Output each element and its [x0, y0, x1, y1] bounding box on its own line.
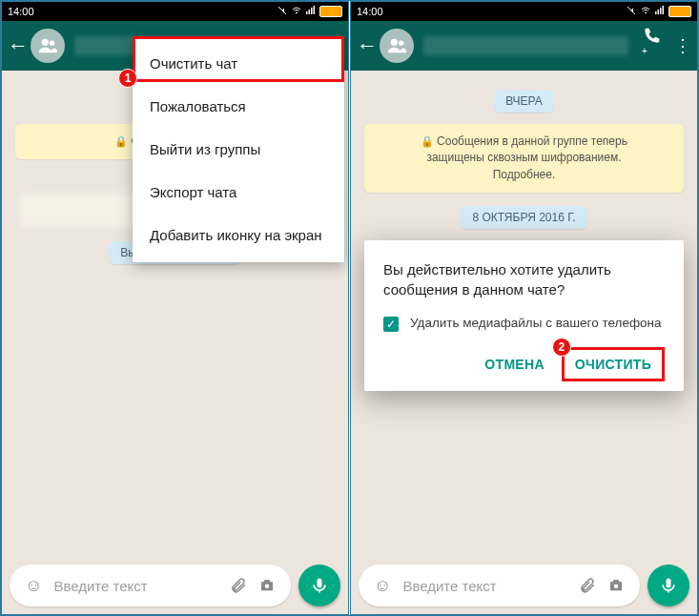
highlight-box-1 — [133, 36, 344, 82]
svg-point-18 — [614, 585, 619, 589]
message-input[interactable]: ☺ Введите текст — [10, 565, 291, 606]
attach-icon[interactable] — [579, 577, 596, 594]
cancel-button[interactable]: ОТМЕНА — [477, 347, 551, 381]
menu-add-shortcut[interactable]: Добавить иконку на экран — [133, 214, 344, 257]
composer: ☺ Введите текст — [359, 565, 689, 606]
status-time: 14:00 — [357, 6, 383, 17]
svg-rect-3 — [309, 10, 311, 14]
menu-report[interactable]: Пожаловаться — [133, 85, 344, 128]
step-badge-2: 2 — [552, 338, 571, 357]
svg-point-17 — [399, 41, 404, 47]
svg-point-11 — [646, 12, 647, 13]
status-bar: 14:00 — [351, 2, 697, 21]
message-input[interactable]: ☺ Введите текст — [359, 565, 640, 606]
group-avatar[interactable] — [31, 29, 65, 63]
svg-rect-14 — [660, 8, 662, 14]
signal-icon — [654, 5, 666, 18]
emoji-icon[interactable]: ☺ — [374, 576, 391, 596]
emoji-icon[interactable]: ☺ — [25, 576, 42, 596]
svg-rect-4 — [311, 8, 313, 14]
svg-point-6 — [42, 39, 49, 46]
camera-icon[interactable] — [258, 577, 276, 594]
svg-rect-9 — [318, 579, 322, 588]
wifi-icon — [291, 5, 302, 18]
delete-media-checkbox[interactable]: ✓ — [383, 317, 399, 332]
svg-point-16 — [391, 39, 398, 46]
svg-point-7 — [50, 41, 55, 47]
back-icon[interactable]: ← — [357, 33, 378, 58]
step-badge-1: 1 — [118, 69, 137, 88]
checkbox-label: Удалить медиафайлы с вашего телефона — [410, 315, 662, 332]
chat-title[interactable] — [423, 36, 628, 55]
menu-exit-group[interactable]: Выйти из группы — [133, 128, 344, 171]
svg-rect-5 — [314, 6, 316, 14]
confirm-dialog: Вы действительно хотите удалить сообщени… — [364, 240, 684, 391]
svg-line-10 — [627, 7, 635, 14]
app-header: ← + ⋮ — [351, 21, 697, 71]
mute-icon — [277, 5, 288, 18]
mic-button[interactable] — [648, 565, 689, 606]
phone-right: 14:00 ← + — [350, 1, 698, 615]
status-time: 14:00 — [8, 6, 34, 17]
svg-rect-19 — [667, 579, 671, 588]
camera-icon[interactable] — [607, 577, 625, 594]
mic-button[interactable] — [298, 565, 340, 606]
lock-icon: 🔒 — [421, 135, 434, 147]
back-icon[interactable]: ← — [8, 33, 29, 58]
menu-export-chat[interactable]: Экспорт чата — [133, 171, 344, 214]
wifi-icon — [640, 5, 651, 18]
svg-rect-12 — [655, 11, 657, 14]
svg-line-0 — [278, 7, 286, 14]
battery-icon — [668, 6, 691, 17]
date-pill-2: 8 ОКТЯБРЯ 2016 Г. — [461, 206, 586, 229]
svg-point-8 — [265, 585, 270, 589]
input-placeholder: Введите текст — [402, 578, 573, 594]
group-avatar[interactable] — [380, 29, 414, 63]
input-placeholder: Введите текст — [53, 578, 224, 594]
signal-icon — [305, 5, 317, 18]
mute-icon — [626, 5, 637, 18]
svg-rect-13 — [658, 10, 660, 14]
status-bar: 14:00 — [2, 2, 348, 21]
highlight-box-2 — [562, 347, 665, 381]
lock-icon: 🔒 — [114, 135, 128, 147]
encryption-notice: 🔒Сообщения в данной группе теперь защище… — [364, 124, 684, 193]
battery-icon — [319, 6, 342, 17]
attach-icon[interactable] — [230, 577, 247, 594]
svg-rect-15 — [663, 6, 665, 14]
svg-rect-2 — [306, 11, 308, 14]
dialog-title: Вы действительно хотите удалить сообщени… — [383, 259, 665, 299]
phone-left: 14:00 ← 🔒Сообще з — [1, 1, 349, 615]
svg-point-1 — [297, 12, 298, 13]
overflow-icon[interactable]: ⋮ — [674, 35, 691, 56]
call-icon[interactable]: + — [642, 27, 661, 66]
date-pill: ВЧЕРА — [494, 90, 554, 113]
composer: ☺ Введите текст — [10, 565, 340, 606]
